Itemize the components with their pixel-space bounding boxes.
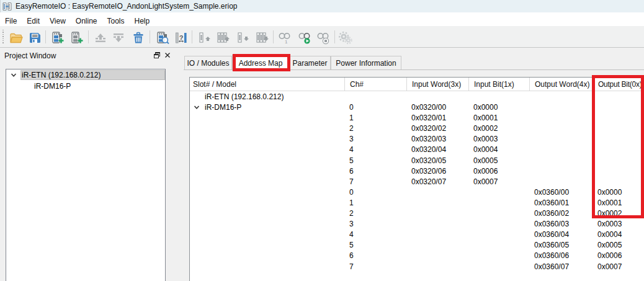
upload-all-button[interactable]	[215, 29, 232, 46]
menu-file[interactable]: File	[0, 12, 22, 26]
table-row[interactable]: 40x0320/040x0004	[190, 144, 644, 154]
table-header-row: Slot# / ModelCh#Input Word(3x)Input Bit(…	[190, 78, 644, 91]
cell: 0x0320/04	[406, 144, 468, 154]
column-header-input-word-3x-[interactable]: Input Word(3x)	[406, 78, 468, 91]
column-header-output-bit-0x-[interactable]: Output Bit(0x)	[593, 78, 644, 91]
monitor-run-button[interactable]	[296, 29, 313, 46]
menu-online[interactable]: Online	[71, 12, 102, 26]
toolbar-drag-handle[interactable]	[2, 30, 4, 45]
chevron-down-icon[interactable]	[194, 104, 200, 110]
download-module-icon	[236, 31, 250, 45]
cell	[190, 187, 344, 197]
table-row[interactable]: 10x0360/010x0001	[190, 197, 644, 208]
chevron-down-icon[interactable]	[11, 72, 17, 78]
table-row[interactable]: 20x0320/020x0002	[190, 123, 644, 133]
window-title: EasyRemoteIO : EasyRemoteIO_AndonLightSy…	[16, 2, 238, 11]
cell: 0x0320/06	[406, 166, 468, 176]
table-row[interactable]: 30x0360/030x0003	[190, 218, 644, 229]
table-row[interactable]: 60x0360/060x0006	[190, 250, 644, 261]
save-button[interactable]	[26, 29, 43, 46]
monitor-run-icon	[298, 31, 311, 45]
cell: 0x0320/00	[406, 102, 468, 112]
menu-edit[interactable]: Edit	[22, 12, 45, 26]
cell: 0x0320/07	[406, 176, 468, 187]
project-window-title: Project Window	[4, 51, 56, 60]
cell	[529, 155, 593, 166]
cell: 6	[344, 250, 406, 261]
menu-tools[interactable]: Tools	[102, 12, 130, 26]
cell: 4	[344, 229, 406, 239]
move-up-button[interactable]	[92, 29, 109, 46]
table-row[interactable]: 00x0360/000x0000	[190, 187, 644, 197]
io-check-button[interactable]: ?	[172, 29, 190, 46]
cell: 0x0006	[468, 166, 529, 176]
monitor-once-button[interactable]: 1	[276, 29, 293, 46]
table-row[interactable]: iR-ETN (192.168.0.212)	[190, 91, 644, 102]
add-module-button[interactable]	[49, 29, 66, 46]
tree-item[interactable]: iR-ETN (192.168.0.212)	[6, 69, 165, 81]
table-row[interactable]: iR-DM16-P00x0320/000x0000	[190, 102, 644, 112]
project-tree: iR-ETN (192.168.0.212)iR-DM16-P	[6, 69, 166, 281]
title-bar: EasyRemoteIO : EasyRemoteIO_AndonLightSy…	[0, 0, 644, 12]
cell	[468, 197, 529, 208]
io-check-icon: ?	[174, 31, 188, 45]
table-row[interactable]: 10x0320/010x0001	[190, 112, 644, 123]
menu-help[interactable]: Help	[130, 12, 155, 26]
svg-text:?: ?	[179, 33, 184, 41]
table-row[interactable]: 40x0360/040x0004	[190, 229, 644, 239]
cell: 0x0004	[468, 144, 529, 154]
cell	[593, 91, 644, 102]
download-all-button[interactable]	[254, 29, 271, 46]
table-row[interactable]: 20x0360/020x0002	[190, 208, 644, 218]
cell-text: iR-DM16-P	[205, 103, 241, 112]
tab-io-modules[interactable]: IO / Modules	[184, 56, 232, 70]
cell: 0x0003	[468, 133, 529, 144]
upload-module-button[interactable]	[195, 29, 213, 46]
table-row[interactable]: 50x0320/050x0005	[190, 155, 644, 166]
table-row[interactable]: 70x0320/070x0007	[190, 176, 644, 187]
column-header-slot-model[interactable]: Slot# / Model	[190, 78, 344, 91]
toolbar-separator	[150, 30, 150, 43]
insert-module-button[interactable]	[68, 29, 86, 46]
move-down-button[interactable]	[110, 29, 127, 46]
download-module-button[interactable]	[234, 29, 251, 46]
cell: 0x0000	[468, 102, 529, 112]
delete-module-button[interactable]	[130, 29, 147, 46]
search-module-button[interactable]	[154, 29, 171, 46]
monitor-stop-button[interactable]	[315, 29, 332, 46]
cell	[190, 239, 344, 250]
cell: 0x0007	[468, 176, 529, 187]
cell	[190, 208, 344, 218]
float-window-icon[interactable]	[153, 51, 161, 60]
table-row[interactable]: 60x0320/060x0006	[190, 166, 644, 176]
cell: 0x0320/03	[406, 133, 468, 144]
open-button[interactable]	[7, 29, 25, 46]
column-header-input-bit-1x-[interactable]: Input Bit(1x)	[468, 78, 529, 91]
table-row[interactable]: 50x0360/050x0005	[190, 239, 644, 250]
table-row[interactable]: 70x0360/070x0007	[190, 261, 644, 272]
svg-text:1: 1	[285, 39, 288, 45]
cell: 0x0006	[593, 250, 644, 261]
tab-parameter[interactable]: Parameter	[289, 56, 331, 70]
cell	[468, 187, 529, 197]
column-header-ch-[interactable]: Ch#	[344, 78, 406, 91]
settings-button[interactable]	[337, 29, 354, 46]
close-icon[interactable]	[163, 51, 172, 60]
module-insert-icon	[70, 31, 84, 45]
tab-bar: IO / ModulesAddress MapParameterPower In…	[184, 55, 644, 70]
column-header-output-word-4x-[interactable]: Output Word(4x)	[529, 78, 593, 91]
cell: 1	[344, 197, 406, 208]
cell: 0x0004	[593, 229, 644, 239]
cell: 0x0360/07	[529, 261, 593, 272]
tab-power-information[interactable]: Power Information	[331, 56, 401, 70]
tree-item[interactable]: iR-DM16-P	[6, 81, 165, 92]
table-row[interactable]: 30x0320/030x0003	[190, 133, 644, 144]
tree-item-label: iR-DM16-P	[34, 82, 71, 91]
cell	[190, 155, 344, 166]
cell	[593, 155, 644, 166]
cell	[468, 218, 529, 229]
menu-view[interactable]: View	[45, 12, 71, 26]
tab-address-map[interactable]: Address Map	[232, 55, 289, 71]
toolbar-separator	[45, 30, 46, 43]
tree-item-label: iR-ETN (192.168.0.212)	[22, 71, 101, 79]
